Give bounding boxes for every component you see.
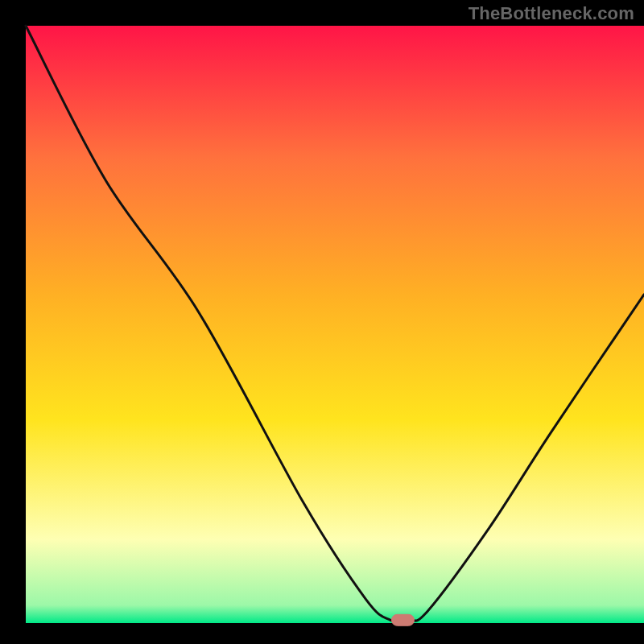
optimum-marker xyxy=(391,614,414,625)
chart-container: { "watermark": "TheBottleneck.com", "cha… xyxy=(0,0,644,644)
bottleneck-chart xyxy=(0,0,644,644)
watermark-text: TheBottleneck.com xyxy=(469,3,634,24)
plot-background xyxy=(26,26,644,623)
